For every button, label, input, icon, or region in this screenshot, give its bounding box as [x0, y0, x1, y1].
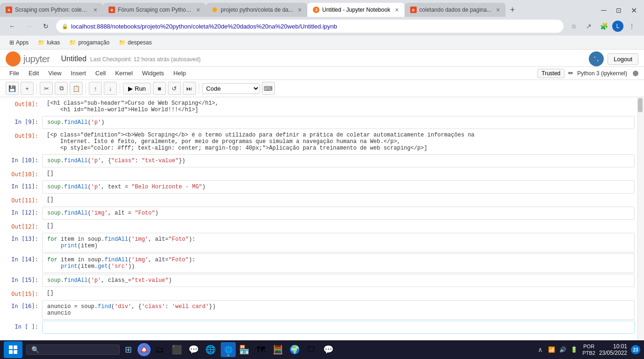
bookmark-lukas[interactable]: 📁 lukas [34, 38, 64, 47]
add-cell-below-button[interactable]: + [21, 82, 34, 95]
cell-content-out9: [<p class="definition"><b>Web Scraping</… [42, 130, 635, 153]
cell-label-out12: Out[12]: [0, 221, 42, 232]
tab-favicon-2: a [109, 7, 115, 13]
tab-favicon-4: J [313, 7, 319, 13]
tab-close-1[interactable]: × [94, 6, 97, 14]
bookmark-programacao[interactable]: 📁 progamação [65, 38, 113, 47]
logout-button[interactable]: Logout [608, 53, 638, 65]
new-tab-button[interactable]: + [506, 3, 520, 17]
jupyter-title: jupyter [23, 54, 50, 65]
cut-cell-button[interactable]: ✂ [40, 82, 53, 95]
tab-close-4[interactable]: × [395, 6, 398, 14]
toolbar-separator-1 [36, 83, 37, 94]
url-text: localhost:8888/notebooks/projeto%20pytho… [71, 23, 558, 30]
trusted-badge: Trusted [537, 69, 564, 78]
cell-input-in16: anuncio = soup.find('div', {'class': 'we… [43, 301, 634, 319]
keyboard-shortcut-button[interactable]: ⌨ [262, 82, 275, 95]
bookmark-despesas[interactable]: 📁 despesas [115, 38, 155, 47]
cell-content-empty[interactable] [42, 321, 635, 334]
bookmark-star-icon[interactable]: ☆ [567, 20, 580, 33]
cell-content-in15[interactable]: soup.findAll('p', class_="txt-value") [42, 274, 635, 287]
menu-kernel[interactable]: Kernel [111, 68, 137, 79]
cell-in16: In [16]: anuncio = soup.find('div', {'cl… [0, 300, 644, 320]
tab-label-3: projeto python/coleta de da... [221, 7, 293, 13]
more-options-icon[interactable]: ⋮ [625, 20, 638, 33]
tab-close-5[interactable]: × [496, 6, 500, 14]
browser-chrome: a Scraping com Python: coleta... × a Fór… [0, 0, 644, 50]
menu-edit[interactable]: Edit [25, 68, 43, 79]
cell-input-in12: soup.findAll('img', alt = "Foto") [43, 207, 634, 219]
paste-cell-button[interactable]: 📋 [70, 82, 83, 95]
cell-content-out11: [] [42, 194, 635, 206]
menu-widgets[interactable]: Widgets [138, 68, 168, 79]
restore-button[interactable]: ⊡ [612, 4, 625, 17]
tab-bar: a Scraping com Python: coleta... × a Fór… [0, 0, 644, 17]
cell-content-in9[interactable]: soup.findAll('p') [42, 116, 635, 129]
cell-content-out12: [] [42, 221, 635, 232]
jupyter-logo: jupyter [6, 51, 50, 66]
back-button[interactable]: ← [6, 20, 19, 33]
menu-insert[interactable]: Insert [67, 68, 90, 79]
menu-help[interactable]: Help [170, 68, 190, 79]
move-cell-down-button[interactable]: ↓ [104, 82, 117, 95]
profile-icon[interactable]: L [612, 21, 623, 32]
menu-file[interactable]: File [6, 68, 23, 79]
extension-icon[interactable]: 🧩 [597, 20, 610, 33]
tab-label-1: Scraping com Python: coleta... [15, 7, 89, 13]
menu-cell[interactable]: Cell [92, 68, 109, 79]
close-window-button[interactable]: ✕ [627, 4, 640, 17]
cell-in12: In [12]: soup.findAll('img', alt = "Foto… [0, 207, 644, 220]
folder-icon-lukas: 📁 [38, 39, 45, 46]
tab-5[interactable]: a coletando dados de pagina... × [405, 3, 506, 17]
share-icon[interactable]: ↗ [582, 20, 595, 33]
minimize-button[interactable]: ─ [597, 4, 610, 17]
cell-label-out11: Out[11]: [0, 194, 42, 206]
toolbar-separator-3 [120, 83, 120, 94]
bookmark-apps[interactable]: ⊞ Apps [6, 38, 32, 47]
cell-label-in9: In [9]: [0, 116, 42, 129]
run-label: Run [135, 85, 146, 92]
tab-4[interactable]: J Untitled - Jupyter Notebook × [307, 3, 405, 17]
notebook-area[interactable]: Out[8]: [<h1 class="sub-header">Curso de… [0, 97, 644, 340]
tab-2[interactable]: a Fórum Scraping com Python... × [103, 3, 206, 17]
cell-content-in12[interactable]: soup.findAll('img', alt = "Foto") [42, 207, 635, 220]
tab-1[interactable]: a Scraping com Python: coleta... × [0, 3, 103, 17]
run-button[interactable]: ▶ Run [123, 83, 151, 94]
tab-close-2[interactable]: × [196, 6, 200, 14]
cell-input-in14: for item in soup.findAll('img', alt="Fot… [43, 254, 634, 273]
cell-content-in13[interactable]: for item in soup.findAll('img', alt="Fot… [42, 233, 635, 252]
reload-button[interactable]: ↻ [39, 20, 52, 33]
restart-run-all-button[interactable]: ⏭ [183, 82, 196, 95]
cell-label-in10: In [10]: [0, 154, 42, 167]
move-cell-up-button[interactable]: ↑ [89, 82, 102, 95]
url-bar[interactable]: 🔒 localhost:8888/notebooks/projeto%20pyt… [56, 20, 564, 33]
svg-point-3 [594, 57, 595, 57]
interrupt-kernel-button[interactable]: ■ [153, 82, 166, 95]
folder-icon-prog: 📁 [69, 39, 76, 46]
notebook-title[interactable]: Untitled [61, 55, 87, 63]
cell-content-in10[interactable]: soup.findAll('p', {"class": "txt-value"}… [42, 154, 635, 167]
copy-cell-button[interactable]: ⧉ [55, 82, 68, 95]
tab-close-3[interactable]: × [298, 6, 302, 14]
bookmark-apps-label: Apps [16, 39, 29, 46]
cell-label-in13: In [13]: [0, 233, 42, 252]
restart-kernel-button[interactable]: ↺ [168, 82, 181, 95]
kernel-status-icon [633, 71, 638, 76]
cell-in9: In [9]: soup.findAll('p') [0, 116, 644, 129]
forward-button[interactable]: → [22, 20, 36, 33]
bookmark-programacao-label: progamação [78, 39, 109, 46]
cell-type-select[interactable]: Code Markdown Raw NBConvert [202, 83, 260, 94]
pencil-icon[interactable]: ✏ [568, 70, 573, 77]
cell-content-in14[interactable]: for item in soup.findAll('img', alt="Fot… [42, 253, 635, 273]
checkpoint-text: Last Checkpoint: 12 horas atrás (autosav… [90, 56, 201, 63]
cell-label-out9: Out[9]: [0, 130, 42, 153]
python-logo-icon [589, 51, 604, 66]
tab-3[interactable]: projeto python/coleta de da... × [206, 3, 307, 17]
menu-view[interactable]: View [44, 68, 65, 79]
bookmarks-bar: ⊞ Apps 📁 lukas 📁 progamação 📁 despesas [0, 36, 644, 50]
save-button[interactable]: 💾 [6, 82, 19, 95]
lock-icon: 🔒 [62, 23, 68, 29]
cell-out15: Out[15]: [] [0, 288, 644, 299]
cell-content-in16[interactable]: anuncio = soup.find('div', {'class': 'we… [42, 300, 635, 320]
cell-content-in11[interactable]: soup.findAll('p', text = "Belo Horizonte… [42, 180, 635, 194]
